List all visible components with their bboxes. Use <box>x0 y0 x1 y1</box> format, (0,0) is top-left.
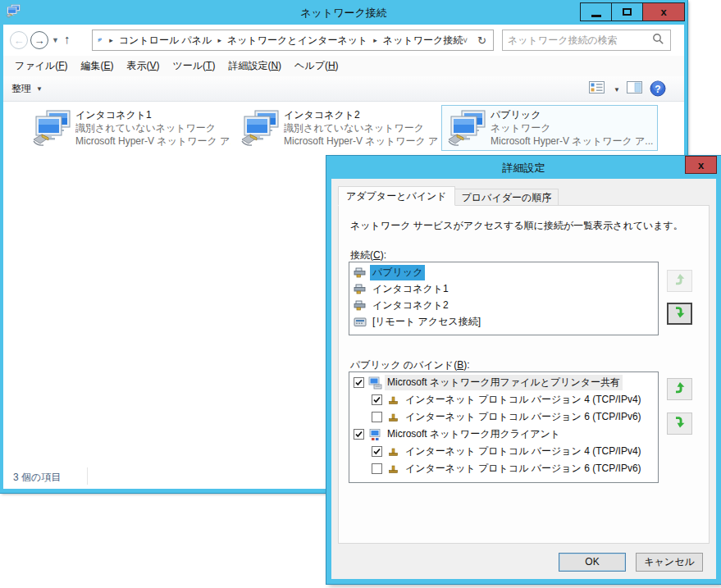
connections-move-up-button[interactable] <box>667 270 692 292</box>
connection-device: Microsoft Hyper-V ネットワーク ア... <box>284 134 439 148</box>
breadcrumb[interactable]: ▸コントロール パネル▸ネットワークとインターネット▸ネットワーク接続 ˅ ↻ <box>92 30 494 51</box>
refresh-icon[interactable]: ↻ <box>477 34 486 47</box>
binding-checkbox[interactable] <box>372 463 382 474</box>
tab-strip: アダプターとバインドプロバイダーの順序 <box>338 186 558 206</box>
connection-device: Microsoft Hyper-V ネットワーク ア... <box>491 134 653 148</box>
close-icon: x <box>660 7 666 17</box>
help-button[interactable]: ? <box>650 80 666 99</box>
sharing-icon <box>368 376 382 390</box>
dialog-close-button[interactable]: x <box>685 156 717 174</box>
connection-status: ネットワーク <box>491 121 653 134</box>
breadcrumb-segment[interactable]: ネットワークとインターネット <box>227 34 367 48</box>
connection-status: 識別されていないネットワーク <box>284 121 439 134</box>
binding-list-item[interactable]: インターネット プロトコル バージョン 6 (TCP/IPv6) <box>350 408 657 426</box>
menu-item[interactable]: 編集(E) <box>74 59 120 73</box>
title-bar[interactable]: ネットワーク接続 x <box>0 0 687 25</box>
address-location-icon <box>98 34 102 47</box>
binding-list-item[interactable]: Microsoft ネットワーク用クライアント <box>350 426 657 443</box>
network-connection-icon <box>32 110 71 148</box>
binding-item-label: Microsoft ネットワーク用クライアント <box>385 426 563 442</box>
search-box <box>502 30 671 51</box>
binding-item-label: Microsoft ネットワーク用ファイルとプリンター共有 <box>385 375 623 390</box>
status-separator <box>87 467 88 485</box>
breadcrumb-segment[interactable]: ネットワーク接続 <box>383 34 463 48</box>
connections-label: 接続(C): <box>350 248 386 262</box>
adapter-icon <box>354 266 367 279</box>
adapter-icon <box>354 299 367 312</box>
connection-list-item[interactable]: インタコネクト1 <box>350 280 657 297</box>
menu-item[interactable]: ファイル(F) <box>8 59 74 73</box>
connection-status: 識別されていないネットワーク <box>75 121 230 134</box>
binding-checkbox[interactable] <box>354 429 364 440</box>
connection-name: インタコネクト2 <box>284 108 439 121</box>
connection-tile[interactable]: インタコネクト2識別されていないネットワークMicrosoft Hyper-V … <box>235 105 440 151</box>
description-text: ネットワーク サービスがアクセスする順に接続が一覧表示されています。 <box>350 219 703 233</box>
menu-item[interactable]: 表示(V) <box>120 59 166 73</box>
adapters-and-bindings-tab-page: ネットワーク サービスがアクセスする順に接続が一覧表示されています。 接続(C)… <box>338 205 710 544</box>
connection-list-item[interactable]: インタコネクト2 <box>350 297 657 313</box>
bindings-move-down-button[interactable] <box>667 413 692 435</box>
minimize-icon <box>591 15 601 17</box>
tab-adapters-and-bindings[interactable]: アダプターとバインド <box>338 186 455 206</box>
menu-item[interactable]: 詳細設定(N) <box>221 59 288 73</box>
connection-tile[interactable]: インタコネクト1識別されていないネットワークMicrosoft Hyper-V … <box>26 105 231 151</box>
breadcrumb-segment[interactable]: コントロール パネル <box>119 34 212 48</box>
binding-checkbox[interactable] <box>372 412 382 422</box>
arrow-up-icon <box>673 273 687 289</box>
address-bar: ← → ▼ ↑ ▸コントロール パネル▸ネットワークとインターネット▸ネットワー… <box>3 25 684 56</box>
back-button[interactable]: ← <box>10 31 28 49</box>
network-connection-icon <box>240 110 280 148</box>
advanced-settings-dialog: 詳細設定 x アダプターとバインドプロバイダーの順序 ネットワーク サービスがア… <box>326 156 721 584</box>
ok-button[interactable]: OK <box>559 553 626 572</box>
cancel-button[interactable]: キャンセル <box>636 553 703 572</box>
search-icon <box>652 33 664 48</box>
client-icon <box>368 428 382 441</box>
binding-item-label: インターネット プロトコル バージョン 6 (TCP/IPv6) <box>403 461 644 476</box>
connection-list-item[interactable]: [リモート アクセス接続] <box>350 313 657 330</box>
connections-move-down-button[interactable] <box>667 303 692 325</box>
connection-tile[interactable]: パブリックネットワークMicrosoft Hyper-V ネットワーク ア... <box>441 105 658 151</box>
preview-pane-button[interactable] <box>627 81 642 96</box>
binding-list-item[interactable]: インターネット プロトコル バージョン 4 (TCP/IPv4) <box>350 391 657 408</box>
minimize-button[interactable] <box>580 2 612 21</box>
views-dropdown-icon[interactable]: ▼ <box>614 86 620 93</box>
connection-item-label: パブリック <box>370 265 425 280</box>
menu-bar: ファイル(F)編集(E)表示(V)ツール(T)詳細設定(N)ヘルプ(H) <box>3 56 684 76</box>
adapter-icon <box>354 282 367 295</box>
binding-item-label: インターネット プロトコル バージョン 4 (TCP/IPv4) <box>403 444 644 459</box>
connection-name: インタコネクト1 <box>75 108 230 121</box>
connections-listbox[interactable]: パブリックインタコネクト1インタコネクト2[リモート アクセス接続] <box>349 262 659 335</box>
close-button[interactable]: x <box>642 2 685 21</box>
menu-item[interactable]: ツール(T) <box>167 59 222 73</box>
binding-checkbox[interactable] <box>372 446 382 457</box>
binding-checkbox[interactable] <box>354 377 364 388</box>
views-button[interactable] <box>589 81 605 96</box>
binding-list-item[interactable]: Microsoft ネットワーク用ファイルとプリンター共有 <box>350 374 657 391</box>
maximize-button[interactable] <box>611 2 643 21</box>
search-input[interactable] <box>503 34 652 46</box>
binding-checkbox[interactable] <box>372 394 382 405</box>
protocol-icon <box>386 411 400 424</box>
binding-item-label: インターネット プロトコル バージョン 4 (TCP/IPv4) <box>403 392 644 408</box>
close-icon: x <box>698 160 704 171</box>
history-dropdown-icon[interactable]: ▼ <box>52 36 59 44</box>
connection-item-label: [リモート アクセス接続] <box>370 314 483 330</box>
tab-provider-order[interactable]: プロバイダーの順序 <box>454 189 559 206</box>
protocol-icon <box>386 445 400 458</box>
bindings-move-up-button[interactable] <box>667 378 692 400</box>
network-connection-icon <box>447 110 486 148</box>
connection-item-label: インタコネクト1 <box>370 281 451 297</box>
address-dropdown-icon[interactable]: ˅ <box>463 36 468 45</box>
binding-list-item[interactable]: インターネット プロトコル バージョン 6 (TCP/IPv6) <box>350 460 657 477</box>
up-button[interactable]: ↑ <box>64 32 71 46</box>
svg-text:?: ? <box>655 84 660 95</box>
arrow-down-icon <box>673 306 687 321</box>
bindings-listbox[interactable]: Microsoft ネットワーク用ファイルとプリンター共有インターネット プロト… <box>349 371 659 483</box>
binding-list-item[interactable]: インターネット プロトコル バージョン 4 (TCP/IPv4) <box>350 443 657 460</box>
binding-item-label: インターネット プロトコル バージョン 6 (TCP/IPv6) <box>403 409 644 425</box>
maximize-icon <box>623 8 632 16</box>
forward-button[interactable]: → <box>30 31 48 49</box>
connection-list-item[interactable]: パブリック <box>350 264 657 280</box>
menu-item[interactable]: ヘルプ(H) <box>288 59 345 73</box>
remote-access-icon <box>354 315 367 328</box>
